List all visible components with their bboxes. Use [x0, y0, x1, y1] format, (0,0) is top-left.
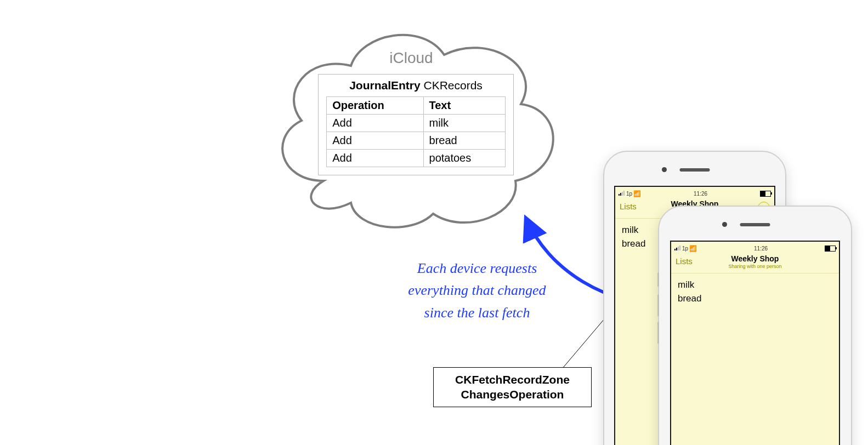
battery-icon	[825, 246, 836, 252]
volume-down-icon	[657, 322, 659, 344]
signal-bars-icon	[674, 246, 681, 252]
status-time: 11:26	[694, 191, 707, 197]
note-body[interactable]: milk bread	[671, 273, 839, 312]
status-battery	[760, 191, 771, 197]
records-row: Add bread	[327, 132, 506, 150]
note-line: bread	[678, 293, 832, 305]
cloud-container: iCloud JournalEntry CKRecords Operation …	[258, 16, 565, 236]
cell-text: bread	[423, 132, 505, 150]
status-bar: 1p 📶 11:26	[671, 242, 839, 253]
annotation-line: everything that changed	[362, 279, 592, 301]
phone-device-front: 1p 📶 11:26 Lists Weekly Shop Sharing wit…	[658, 206, 852, 445]
status-signal: 1p 📶	[619, 190, 641, 197]
status-carrier: 1p	[626, 191, 632, 197]
annotation-text: Each device requests everything that cha…	[362, 258, 592, 324]
records-title-rest: CKRecords	[421, 79, 483, 92]
cell-text: milk	[423, 115, 505, 132]
operation-label-line: CKFetchRecordZone	[437, 372, 588, 387]
cell-text: potatoes	[423, 150, 505, 167]
phone-earpiece-icon	[740, 223, 770, 226]
cell-op: Add	[327, 115, 423, 132]
records-table-box: JournalEntry CKRecords Operation Text Ad…	[318, 74, 514, 175]
signal-bars-icon	[619, 191, 625, 197]
phone-camera-icon	[662, 167, 667, 172]
status-bar: 1p 📶 11:26	[615, 187, 774, 198]
phone-earpiece-icon	[680, 168, 710, 172]
col-text: Text	[423, 97, 505, 115]
phone-screen: 1p 📶 11:26 Lists Weekly Shop Sharing wit…	[670, 241, 840, 445]
records-table-title: JournalEntry CKRecords	[319, 75, 513, 96]
mute-switch-icon	[657, 272, 659, 287]
cell-op: Add	[327, 150, 423, 167]
records-table: Operation Text Add milk Add bread Add po…	[326, 96, 506, 167]
cell-op: Add	[327, 132, 423, 150]
wifi-icon: 📶	[633, 190, 641, 197]
records-row: Add milk	[327, 115, 506, 132]
nav-title: Weekly Shop	[671, 254, 839, 263]
records-header-row: Operation Text	[327, 97, 506, 115]
records-title-bold: JournalEntry	[349, 79, 421, 92]
annotation-line: since the last fetch	[362, 302, 592, 324]
wifi-icon: 📶	[689, 245, 697, 252]
phone-camera-icon	[722, 222, 727, 227]
status-time: 11:26	[754, 246, 768, 252]
nav-subtitle: Sharing with one person	[671, 264, 839, 269]
records-row: Add potatoes	[327, 150, 506, 167]
note-line: milk	[678, 279, 832, 292]
annotation-line: Each device requests	[362, 258, 592, 279]
operation-label-line: ChangesOperation	[437, 387, 588, 402]
nav-bar: Lists Weekly Shop Sharing with one perso…	[671, 253, 839, 273]
battery-icon	[760, 191, 771, 197]
status-signal: 1p 📶	[674, 245, 697, 252]
volume-up-icon	[657, 294, 659, 316]
status-battery	[825, 246, 836, 252]
status-carrier: 1p	[682, 246, 688, 252]
operation-label-box: CKFetchRecordZone ChangesOperation	[433, 367, 592, 407]
cloud-title: iCloud	[258, 49, 565, 67]
col-operation: Operation	[327, 97, 423, 115]
